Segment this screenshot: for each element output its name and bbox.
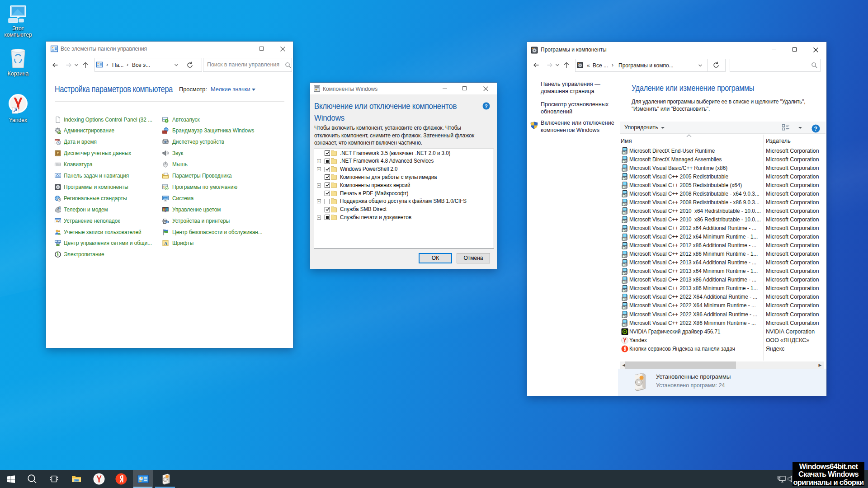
svg-text:A: A bbox=[164, 241, 168, 246]
svg-text:?: ? bbox=[814, 126, 818, 132]
svg-text:?: ? bbox=[485, 103, 488, 109]
